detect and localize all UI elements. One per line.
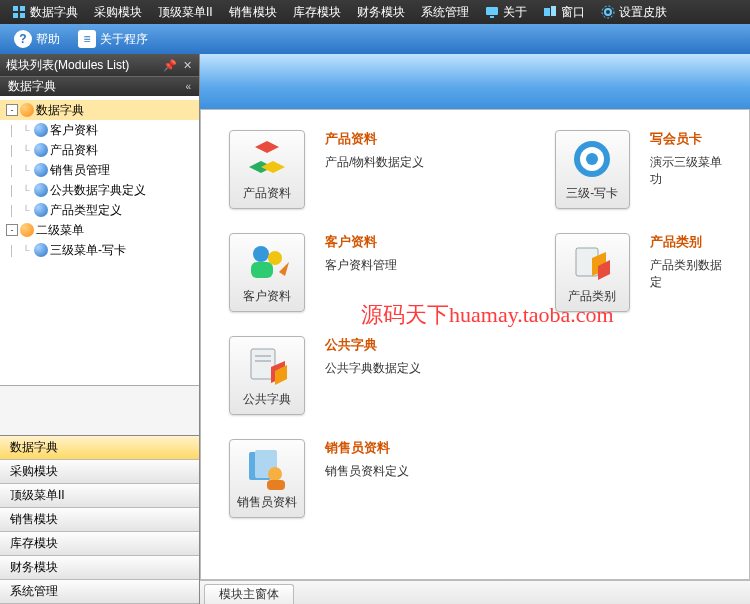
menu-label: 采购模块: [94, 4, 142, 21]
tree-node-3[interactable]: │└ 销售员管理: [0, 160, 199, 180]
sidebar-panel-title: 模块列表(Modules List): [6, 57, 129, 74]
tree-node-icon: [34, 203, 48, 217]
menu-item-7[interactable]: 关于: [477, 0, 535, 24]
tree-toggle-icon[interactable]: -: [6, 224, 18, 236]
card-button-3-0[interactable]: 销售员资料: [229, 439, 305, 518]
card-caption: 三级-写卡: [566, 185, 618, 202]
main-menubar: 数据字典采购模块顶级菜单II销售模块库存模块财务模块系统管理关于窗口设置皮肤: [0, 0, 750, 24]
svg-marker-10: [255, 141, 279, 153]
module-item-0[interactable]: 数据字典: [0, 436, 199, 460]
menu-item-8[interactable]: 窗口: [535, 0, 593, 24]
card-title: 客户资料: [325, 233, 397, 251]
card-title: 产品类别: [650, 233, 733, 251]
svg-rect-33: [267, 480, 285, 490]
card-icon: [245, 137, 289, 181]
svg-point-8: [605, 9, 611, 15]
module-item-5[interactable]: 财务模块: [0, 556, 199, 580]
menu-label: 销售模块: [229, 4, 277, 21]
menu-item-2[interactable]: 顶级菜单II: [150, 0, 221, 24]
card-icon: [245, 240, 289, 284]
module-tree: - 数据字典│└ 客户资料│└ 产品资料│└ 销售员管理│└ 公共数据字典定义│…: [0, 96, 199, 386]
menu-label: 设置皮肤: [619, 4, 667, 21]
module-item-4[interactable]: 库存模块: [0, 532, 199, 556]
menu-item-5[interactable]: 财务模块: [349, 0, 413, 24]
tree-node-icon: [34, 163, 48, 177]
module-item-2[interactable]: 顶级菜单II: [0, 484, 199, 508]
menu-label: 系统管理: [421, 4, 469, 21]
menu-item-9[interactable]: 设置皮肤: [593, 0, 675, 24]
tree-node-7[interactable]: │└ 三级菜单-写卡: [0, 240, 199, 260]
module-item-label: 库存模块: [10, 535, 58, 552]
card-icon: [570, 240, 614, 284]
svg-rect-2: [13, 13, 18, 18]
card-caption: 产品资料: [243, 185, 291, 202]
card-button-1-1[interactable]: 产品类别: [555, 233, 630, 312]
menu-item-0[interactable]: 数据字典: [4, 0, 86, 24]
menu-label: 窗口: [561, 4, 585, 21]
card-desc: 销售员资料定义: [325, 463, 409, 480]
module-item-3[interactable]: 销售模块: [0, 508, 199, 532]
module-item-label: 财务模块: [10, 559, 58, 576]
svg-rect-18: [251, 262, 273, 278]
svg-rect-26: [255, 360, 271, 362]
card-button-0-1[interactable]: 三级-写卡: [555, 130, 630, 209]
tree-node-label: 三级菜单-写卡: [50, 242, 126, 259]
card-button-0-0[interactable]: 产品资料: [229, 130, 305, 209]
card-desc: 客户资料管理: [325, 257, 397, 274]
tree-node-icon: [34, 183, 48, 197]
tree-node-6[interactable]: - 二级菜单: [0, 220, 199, 240]
tab-main-form[interactable]: 模块主窗体: [204, 584, 294, 604]
sidebar-section-title: 数据字典: [8, 78, 56, 95]
menu-label: 财务模块: [357, 4, 405, 21]
menu-item-3[interactable]: 销售模块: [221, 0, 285, 24]
card-title: 公共字典: [325, 336, 421, 354]
tree-node-2[interactable]: │└ 产品资料: [0, 140, 199, 160]
menu-item-4[interactable]: 库存模块: [285, 0, 349, 24]
menu-item-6[interactable]: 系统管理: [413, 0, 477, 24]
card-button-1-0[interactable]: 客户资料: [229, 233, 305, 312]
about-program-button[interactable]: ≡ 关于程序: [70, 28, 156, 50]
menu-label: 库存模块: [293, 4, 341, 21]
svg-rect-3: [20, 13, 25, 18]
pin-icon[interactable]: 📌: [163, 59, 175, 71]
tree-node-label: 产品资料: [50, 142, 98, 159]
toolbar: ? 帮助 ≡ 关于程序: [0, 24, 750, 54]
tree-node-label: 数据字典: [36, 102, 84, 119]
chevron-left-icon: «: [185, 81, 191, 92]
tree-node-icon: [34, 123, 48, 137]
sidebar-module-list: 数据字典采购模块顶级菜单II销售模块库存模块财务模块系统管理: [0, 435, 199, 604]
svg-point-16: [253, 246, 269, 262]
tree-node-icon: [34, 143, 48, 157]
card-caption: 客户资料: [243, 288, 291, 305]
card-caption: 公共字典: [243, 391, 291, 408]
close-icon[interactable]: ✕: [181, 59, 193, 71]
help-icon: ?: [14, 30, 32, 48]
module-item-label: 数据字典: [10, 439, 58, 456]
card-desc: 产品类别数据定: [650, 257, 733, 291]
help-label: 帮助: [36, 31, 60, 48]
svg-rect-0: [13, 6, 18, 11]
help-button[interactable]: ? 帮助: [6, 28, 68, 50]
tree-node-1[interactable]: │└ 客户资料: [0, 120, 199, 140]
module-item-label: 系统管理: [10, 583, 58, 600]
tree-toggle-icon[interactable]: -: [6, 104, 18, 116]
svg-rect-6: [544, 8, 550, 16]
svg-rect-1: [20, 6, 25, 11]
menu-label: 顶级菜单II: [158, 4, 213, 21]
svg-rect-4: [486, 7, 498, 15]
card-button-2-0[interactable]: 公共字典: [229, 336, 305, 415]
svg-point-15: [586, 153, 598, 165]
tree-node-0[interactable]: - 数据字典: [0, 100, 199, 120]
tree-node-label: 公共数据字典定义: [50, 182, 146, 199]
module-item-6[interactable]: 系统管理: [0, 580, 199, 604]
sidebar-section-header[interactable]: 数据字典 «: [0, 76, 199, 96]
card-desc: 产品/物料数据定义: [325, 154, 424, 171]
sidebar: 模块列表(Modules List) 📌 ✕ 数据字典 « - 数据字典│└ 客…: [0, 54, 200, 604]
module-item-label: 销售模块: [10, 511, 58, 528]
tree-node-label: 二级菜单: [36, 222, 84, 239]
tree-node-5[interactable]: │└ 产品类型定义: [0, 200, 199, 220]
card-desc: 公共字典数据定义: [325, 360, 421, 377]
module-item-1[interactable]: 采购模块: [0, 460, 199, 484]
menu-item-1[interactable]: 采购模块: [86, 0, 150, 24]
tree-node-4[interactable]: │└ 公共数据字典定义: [0, 180, 199, 200]
